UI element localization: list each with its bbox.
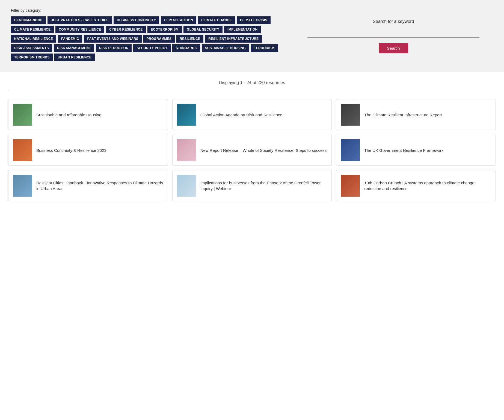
resource-thumbnail <box>341 175 360 197</box>
resource-thumbnail <box>13 175 32 197</box>
tag-button[interactable]: PAST EVENTS AND WEBINARS <box>84 35 141 43</box>
resource-card[interactable]: Sustainable and Affordable Housing <box>8 99 168 130</box>
tags-container: BENCHMARKINGBEST PRACTICES / CASE STUDIE… <box>11 16 286 61</box>
tag-button[interactable]: TERRORISM TRENDS <box>11 54 53 61</box>
resource-title: New Report Release – Whole of Society Re… <box>200 147 327 153</box>
search-input[interactable] <box>307 28 479 38</box>
tag-button[interactable]: GLOBAL SECURITY <box>183 26 223 33</box>
search-panel: Search for a keyword Search <box>291 5 496 67</box>
tag-button[interactable]: CLIMATE RESILIENCE <box>11 26 54 33</box>
resource-title: Global Action Agenda on Risk and Resilie… <box>200 112 282 118</box>
resource-thumbnail <box>13 104 32 126</box>
resource-card[interactable]: The Climate Resilient Infrastructure Rep… <box>336 99 496 130</box>
tag-button[interactable]: PANDEMIC <box>58 35 82 43</box>
resource-card[interactable]: The UK Government Resilience Framework <box>336 135 496 166</box>
tag-button[interactable]: BUSINESS CONTINUITY <box>114 16 159 24</box>
results-section: Displaying 1 - 24 of 220 resources Susta… <box>0 72 504 209</box>
tag-button[interactable]: ECOTERRORISM <box>147 26 182 33</box>
tag-button[interactable]: CLIMATE CRISIS <box>237 16 271 24</box>
resource-title: The UK Government Resilience Framework <box>364 147 443 153</box>
resource-card[interactable]: Business Continuity & Resilience 2023 <box>8 135 168 166</box>
tag-button[interactable]: BEST PRACTICES / CASE STUDIES <box>48 16 112 24</box>
search-button[interactable]: Search <box>379 43 408 53</box>
resources-grid: Sustainable and Affordable HousingGlobal… <box>8 99 496 201</box>
search-label: Search for a keyword <box>373 19 414 24</box>
resource-title: Sustainable and Affordable Housing <box>36 112 101 118</box>
resource-thumbnail <box>177 104 196 126</box>
tag-button[interactable]: URBAN RESILIENCE <box>54 54 94 61</box>
resource-title: Business Continuity & Resilience 2023 <box>36 147 106 153</box>
resource-title: Resilient Cities Handbook - Innovative R… <box>36 180 163 191</box>
resource-card[interactable]: 10th Carbon Crunch | A systems approach … <box>336 170 496 201</box>
tag-button[interactable]: RESILIENCE <box>176 35 203 43</box>
tag-button[interactable]: IMPLEMENTATION <box>224 26 261 33</box>
tag-button[interactable]: SECURITY POLICY <box>133 44 171 52</box>
filter-panel: Filter by category: BENCHMARKINGBEST PRA… <box>8 5 291 67</box>
resource-card[interactable]: Implications for businesses from the Pha… <box>172 170 332 201</box>
resource-card[interactable]: New Report Release – Whole of Society Re… <box>172 135 332 166</box>
tag-button[interactable]: PROGRAMMES <box>143 35 175 43</box>
resource-title: 10th Carbon Crunch | A systems approach … <box>364 180 491 191</box>
tag-button[interactable]: CYBER RESILIENCE <box>106 26 146 33</box>
tag-button[interactable]: TERRORISM <box>251 44 278 52</box>
tag-button[interactable]: STANDARDS <box>172 44 200 52</box>
tag-button[interactable]: NATIONAL RESILIENCE <box>11 35 56 43</box>
results-count: Displaying 1 - 24 of 220 resources <box>8 80 496 91</box>
tag-button[interactable]: RESILIENT INFRASTRUCTURE <box>205 35 262 43</box>
resource-card[interactable]: Global Action Agenda on Risk and Resilie… <box>172 99 332 130</box>
tag-button[interactable]: CLIMATE ACTION <box>161 16 196 24</box>
resource-thumbnail <box>177 139 196 161</box>
resource-thumbnail <box>341 104 360 126</box>
tag-button[interactable]: BENCHMARKING <box>11 16 46 24</box>
tag-button[interactable]: CLIMATE CHANGE <box>198 16 235 24</box>
tag-button[interactable]: RISK ASSESSMENTS <box>11 44 52 52</box>
resource-title: The Climate Resilient Infrastructure Rep… <box>364 112 442 118</box>
tag-button[interactable]: RISK REDUCTION <box>96 44 132 52</box>
resource-thumbnail <box>341 139 360 161</box>
tag-button[interactable]: COMMUNITY RESILIENCE <box>55 26 104 33</box>
tag-button[interactable]: SUSTAINABLE HOUSING <box>202 44 249 52</box>
filter-label: Filter by category: <box>11 8 286 13</box>
resource-card[interactable]: Resilient Cities Handbook - Innovative R… <box>8 170 168 201</box>
tag-button[interactable]: RISK MANAGEMENT <box>54 44 94 52</box>
resource-title: Implications for businesses from the Pha… <box>200 180 327 191</box>
resource-thumbnail <box>177 175 196 197</box>
resource-thumbnail <box>13 139 32 161</box>
